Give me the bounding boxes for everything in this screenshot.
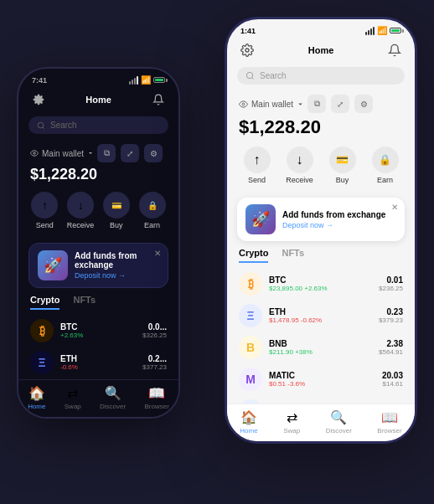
status-icons-dark: 📶 xyxy=(129,75,165,85)
nav-home-light[interactable]: 🏠 Home xyxy=(240,409,257,435)
swap-label-dark: Swap xyxy=(65,403,81,410)
nav-home-dark[interactable]: 🏠 Home xyxy=(28,385,45,410)
send-label-light: Send xyxy=(248,176,266,184)
svg-point-1 xyxy=(38,122,44,128)
browser-label-light: Browser xyxy=(377,427,401,435)
exchange-text-light: Add funds from exchange Deposit now → xyxy=(282,210,385,229)
settings-btn-light[interactable]: ⚙ xyxy=(354,95,373,113)
wallet-controls-dark: ⧉ ⤢ ⚙ xyxy=(97,144,163,162)
expand-btn-light[interactable]: ⤢ xyxy=(331,95,349,113)
matic-icon-light: M xyxy=(239,368,262,391)
action-buttons-dark: ↑ Send ↓ Receive 💳 Buy 🔒 Earn xyxy=(30,192,167,229)
search-bar-light[interactable]: Search xyxy=(237,67,405,85)
home-label-light: Home xyxy=(240,427,257,435)
search-placeholder-light: Search xyxy=(260,71,287,80)
browser-label-dark: Browser xyxy=(144,403,168,410)
tabs-light: Crypto NFTs xyxy=(227,248,415,263)
crypto-item-btc-dark[interactable]: ₿ BTC +2.63% 0.0... $326.25 xyxy=(18,315,178,347)
home-icon-dark: 🏠 xyxy=(28,385,45,401)
nav-discover-dark[interactable]: 🔍 Discover xyxy=(100,385,126,410)
earn-label-dark: Earn xyxy=(144,221,160,229)
battery-dark xyxy=(153,77,165,83)
settings-icon-light[interactable] xyxy=(239,42,256,59)
buy-btn-light[interactable]: 💳 Buy xyxy=(324,147,360,184)
close-icon-dark[interactable]: ✕ xyxy=(154,249,161,258)
wallet-name-light: Main wallet xyxy=(251,100,293,109)
nav-browser-light[interactable]: 📖 Browser xyxy=(377,409,401,435)
crypto-item-eth-light[interactable]: Ξ ETH $1,478.95 -0.62% 0.23 $379.23 xyxy=(227,300,415,332)
phones-container: 7:41 📶 Home xyxy=(0,0,434,504)
eth-name-dark: ETH xyxy=(60,354,136,363)
discover-label-dark: Discover xyxy=(100,403,126,410)
nav-browser-dark[interactable]: 📖 Browser xyxy=(144,385,168,410)
search-bar-dark[interactable]: Search xyxy=(28,116,168,134)
btc-info-dark: BTC +2.63% xyxy=(60,322,136,339)
copy-btn-light[interactable]: ⧉ xyxy=(307,95,326,113)
btc-icon-light: ₿ xyxy=(239,272,262,296)
eth-values-light: 0.23 $379.23 xyxy=(379,307,403,324)
tab-crypto-dark[interactable]: Crypto xyxy=(30,295,59,310)
notification-icon-light[interactable] xyxy=(386,42,403,59)
eth-name-light: ETH xyxy=(269,307,372,316)
bnb-change-light: $211.90 +38% xyxy=(269,348,372,356)
eth-amount-light: 0.23 xyxy=(379,307,403,316)
svg-point-5 xyxy=(242,103,245,105)
exchange-img-light: 🚀 xyxy=(245,204,276,234)
crypto-item-bnb-light[interactable]: B BNB $211.90 +38% 2.38 $564.91 xyxy=(227,332,415,363)
btc-change-dark: +2.63% xyxy=(60,332,136,339)
exchange-title-light: Add funds from exchange xyxy=(282,210,385,219)
nav-discover-light[interactable]: 🔍 Discover xyxy=(326,409,352,435)
notification-icon-dark[interactable] xyxy=(150,91,167,108)
buy-btn-dark[interactable]: 💳 Buy xyxy=(102,192,132,229)
send-icon-dark: ↑ xyxy=(31,192,58,219)
nav-swap-light[interactable]: ⇄ Swap xyxy=(283,409,300,435)
browser-icon-light: 📖 xyxy=(381,409,398,425)
crypto-item-matic-light[interactable]: M MATIC $0.51 -3.6% 20.03 $14.61 xyxy=(227,363,415,395)
swap-icon-dark: ⇄ xyxy=(67,385,78,401)
buy-icon-dark: 💳 xyxy=(103,192,130,219)
exchange-banner-dark[interactable]: 🚀 Add funds from exchange Deposit now → … xyxy=(28,243,168,288)
exchange-link-dark[interactable]: Deposit now → xyxy=(75,271,159,280)
settings-btn-dark[interactable]: ⚙ xyxy=(144,144,163,162)
exchange-text-dark: Add funds from exchange Deposit now → xyxy=(75,251,159,280)
earn-btn-light[interactable]: 🔒 Earn xyxy=(367,147,403,184)
discover-label-light: Discover xyxy=(326,427,352,435)
btc-name-light: BTC xyxy=(269,275,372,285)
send-btn-light[interactable]: ↑ Send xyxy=(239,147,275,184)
crypto-item-eth-dark[interactable]: Ξ ETH -0.6% 0.2... $377.23 xyxy=(18,347,178,378)
wallet-label-dark: Main wallet ⧉ ⤢ ⚙ xyxy=(30,144,167,162)
bnb-amount-light: 2.38 xyxy=(379,339,403,348)
earn-btn-dark[interactable]: 🔒 Earn xyxy=(137,192,167,229)
tab-nfts-light[interactable]: NFTs xyxy=(282,248,304,263)
exchange-banner-light[interactable]: 🚀 Add funds from exchange Deposit now → … xyxy=(237,198,405,241)
earn-label-light: Earn xyxy=(377,176,393,184)
settings-icon-dark[interactable] xyxy=(30,91,47,108)
receive-btn-light[interactable]: ↓ Receive xyxy=(282,147,318,184)
wallet-amount-dark: $1,228.20 xyxy=(30,166,167,183)
earn-icon-dark: 🔒 xyxy=(139,192,166,219)
crypto-item-btc-light[interactable]: ₿ BTC $23,895.00 +2.63% 0.01 $236.25 xyxy=(227,268,415,300)
eth-change-light: $1,478.95 -0.62% xyxy=(269,316,372,324)
tab-nfts-dark[interactable]: NFTs xyxy=(73,295,96,310)
eth-values-dark: 0.2... $377.23 xyxy=(142,354,167,371)
chevron-down-icon-light xyxy=(297,100,304,108)
eth-usd-light: $379.23 xyxy=(379,316,403,324)
matic-values-light: 20.03 $14.61 xyxy=(382,371,403,388)
status-icons-light: 📶 xyxy=(365,26,401,35)
close-icon-light[interactable]: ✕ xyxy=(391,203,398,212)
home-label-dark: Home xyxy=(28,403,45,410)
receive-btn-dark[interactable]: ↓ Receive xyxy=(66,192,96,229)
expand-btn-dark[interactable]: ⤢ xyxy=(121,144,139,162)
eth-change-dark: -0.6% xyxy=(60,363,136,371)
receive-label-light: Receive xyxy=(286,176,313,184)
send-btn-dark[interactable]: ↑ Send xyxy=(30,192,59,229)
copy-btn-dark[interactable]: ⧉ xyxy=(97,144,116,162)
tabs-dark: Crypto NFTs xyxy=(18,295,178,310)
btc-amount-dark: 0.0... xyxy=(142,322,167,332)
tab-crypto-light[interactable]: Crypto xyxy=(239,248,268,263)
exchange-link-light[interactable]: Deposit now → xyxy=(282,221,385,229)
btc-name-dark: BTC xyxy=(60,322,136,332)
nav-swap-dark[interactable]: ⇄ Swap xyxy=(65,385,81,410)
eth-info-light: ETH $1,478.95 -0.62% xyxy=(269,307,372,324)
header-title-light: Home xyxy=(256,45,386,55)
